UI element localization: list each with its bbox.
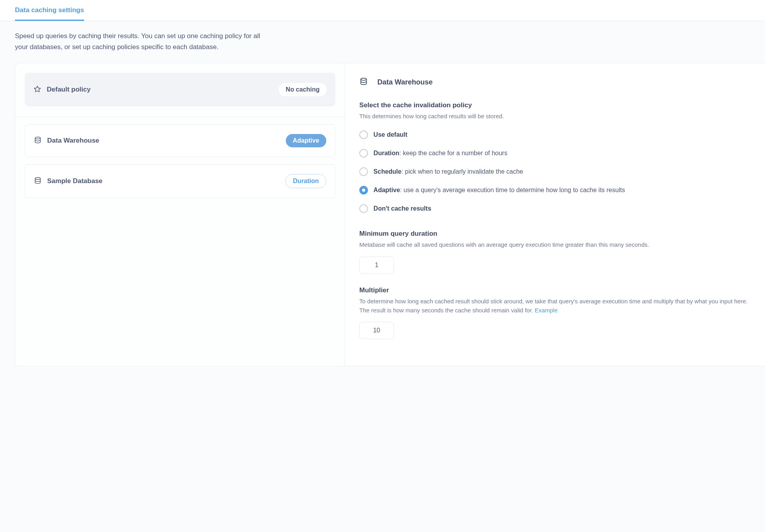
svg-point-1 (35, 177, 40, 179)
radio-circle (359, 149, 368, 158)
radio-nocache[interactable]: Don't cache results (359, 202, 751, 216)
multiplier-input[interactable] (359, 322, 394, 339)
multiplier-block: Multiplier To determine how long each ca… (359, 286, 751, 339)
radio-circle (359, 130, 368, 139)
content-pane: Default policy No caching Data Warehouse… (15, 63, 765, 366)
min-duration-block: Minimum query duration Metabase will cac… (359, 230, 751, 273)
db-name: Sample Database (47, 177, 103, 185)
min-duration-desc: Metabase will cache all saved questions … (359, 240, 751, 249)
db-badge: Adaptive (286, 134, 327, 147)
database-icon (359, 77, 368, 87)
database-icon (34, 177, 42, 186)
radio-circle (359, 204, 368, 213)
default-policy-card[interactable]: Default policy No caching (25, 73, 335, 106)
radio-schedule[interactable]: Schedule: pick when to regularly invalid… (359, 165, 751, 179)
default-policy-badge: No caching (279, 83, 327, 96)
example-link[interactable]: Example (535, 307, 557, 314)
min-duration-heading: Minimum query duration (359, 230, 751, 238)
radio-duration[interactable]: Duration: keep the cache for a number of… (359, 146, 751, 161)
min-duration-input[interactable] (359, 257, 394, 274)
db-card-sample-database[interactable]: Sample Database Duration (25, 164, 335, 198)
right-column: Data Warehouse Select the cache invalida… (345, 63, 765, 366)
left-column: Default policy No caching Data Warehouse… (15, 63, 345, 366)
multiplier-heading: Multiplier (359, 286, 751, 294)
svg-point-2 (361, 78, 367, 81)
detail-header: Data Warehouse (359, 77, 751, 87)
tab-data-caching[interactable]: Data caching settings (15, 0, 84, 21)
radio-circle (359, 167, 368, 176)
intro-text: Speed up queries by caching their result… (0, 21, 283, 63)
star-icon (33, 85, 41, 94)
db-badge: Duration (285, 174, 326, 188)
db-name: Data Warehouse (47, 137, 99, 145)
policy-sub: This determines how long cached results … (359, 112, 751, 121)
radio-adaptive[interactable]: Adaptive: use a query's average executio… (359, 183, 751, 198)
db-card-data-warehouse[interactable]: Data Warehouse Adaptive (25, 124, 335, 157)
radio-use-default[interactable]: Use default (359, 128, 751, 142)
policy-heading: Select the cache invalidation policy (359, 101, 751, 109)
svg-point-0 (35, 137, 40, 139)
default-policy-label: Default policy (47, 86, 90, 94)
divider (15, 117, 345, 117)
multiplier-desc: To determine how long each cached result… (359, 297, 751, 315)
database-icon (34, 136, 42, 145)
detail-title: Data Warehouse (377, 78, 432, 86)
tab-bar: Data caching settings (0, 0, 765, 21)
policy-radio-group: Use default Duration: keep the cache for… (359, 128, 751, 216)
radio-circle-selected (359, 186, 368, 194)
